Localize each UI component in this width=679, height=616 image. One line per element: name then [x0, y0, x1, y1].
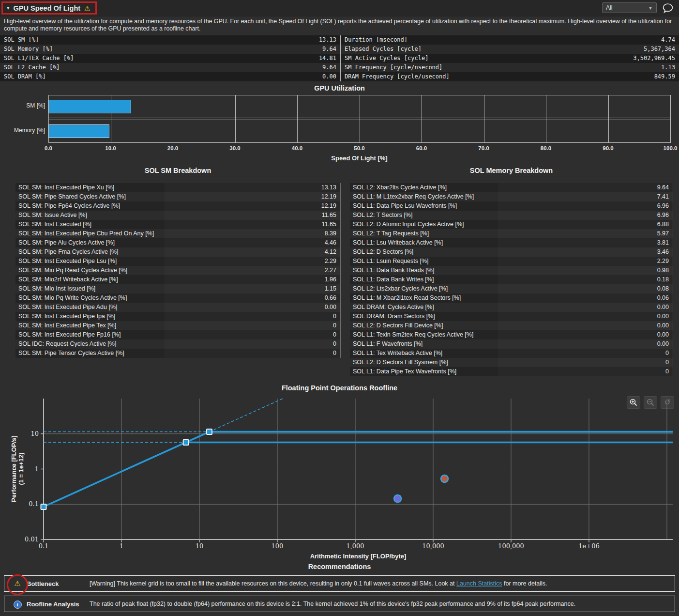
metric-label: SOL L2: Lts2xbar Cycles Active [%] — [350, 284, 498, 293]
collapse-chevron-icon[interactable]: ▾ — [7, 5, 10, 11]
table-row[interactable]: SOL L1: Data Bank Reads [%] 0.98 — [350, 266, 673, 275]
filter-dropdown[interactable]: All ▼ — [602, 2, 657, 13]
sm-breakdown-table: SOL SM: Inst Executed Pipe Xu [%] 13.13 … — [15, 183, 341, 358]
summary-row[interactable]: SOL L1/TEX Cache [%] 14.81 — [0, 54, 340, 63]
metric-value: 3,502,969.45 — [633, 54, 679, 63]
launch-statistics-link[interactable]: Launch Statistics — [456, 580, 502, 587]
metric-value: 0.00 — [165, 303, 340, 312]
table-row[interactable]: SOL L1: Data Pipe Lsu Wavefronts [%] 6.9… — [350, 201, 673, 211]
chevron-down-icon: ▼ — [648, 5, 653, 11]
summary-row[interactable]: Elapsed Cycles [cycle] 5,367,364 — [341, 45, 679, 54]
table-row[interactable]: SOL L1: M L1tex2xbar Req Cycles Active [… — [350, 192, 673, 201]
table-row[interactable]: SOL L2: Xbar2lts Cycles Active [%] 9.64 — [350, 183, 673, 192]
table-row[interactable]: SOL L1: M Xbar2l1tex Read Sectors [%] 0.… — [350, 293, 673, 303]
metric-value: 8.39 — [165, 229, 340, 238]
table-row[interactable]: SOL IDC: Request Cycles Active [%] 0 — [15, 339, 340, 349]
table-row[interactable]: SOL SM: Inst Executed Pipe Tex [%] 0 — [15, 321, 340, 330]
metric-value: 2.29 — [165, 257, 340, 266]
metric-label: Duration [msecond] — [341, 35, 661, 45]
bar-band — [48, 120, 670, 143]
table-row[interactable]: SOL L1: F Wavefronts [%] 0.00 — [350, 339, 673, 349]
table-row[interactable]: SOL SM: Pipe Alu Cycles Active [%] 4.46 — [15, 238, 340, 247]
table-row[interactable]: SOL SM: Pipe Shared Cycles Active [%] 12… — [15, 192, 340, 201]
table-row[interactable]: SOL SM: Inst Executed Pipe Cbu Pred On A… — [15, 229, 340, 238]
table-row[interactable]: SOL L2: Lts2xbar Cycles Active [%] 0.08 — [350, 284, 673, 293]
summary-row[interactable]: Duration [msecond] 4.74 — [341, 35, 679, 45]
summary-row[interactable]: SOL SM [%] 13.13 — [0, 35, 340, 45]
metric-label: SOL SM: Mio2rf Writeback Active [%] — [15, 275, 165, 284]
table-row[interactable]: SOL SM: Pipe Fp64 Cycles Active [%] 12.1… — [15, 201, 340, 211]
metric-label: SOL DRAM [%] — [0, 72, 322, 81]
metric-value: 9.64 — [322, 45, 340, 54]
x-tick-label: 1 — [120, 542, 123, 550]
table-row[interactable]: SOL SM: Mio Pq Write Cycles Active [%] 0… — [15, 293, 340, 303]
metric-label: SOL L1: M Xbar2l1tex Read Sectors [%] — [350, 293, 498, 303]
metric-label: SOL L1: F Wavefronts [%] — [350, 339, 498, 349]
table-row[interactable]: SOL SM: Mio2rf Writeback Active [%] 1.96 — [15, 275, 340, 284]
metric-value: 1.13 — [661, 63, 679, 72]
table-row[interactable]: SOL SM: Inst Executed Pipe Fp16 [%] 0 — [15, 330, 340, 339]
comment-button[interactable] — [661, 2, 675, 14]
metric-label: SOL L2: T Tag Requests [%] — [350, 229, 498, 238]
metric-label: SOL SM: Mio Inst Issued [%] — [15, 284, 165, 293]
metric-value: 4.74 — [661, 35, 679, 45]
metric-label: SOL L1: Tex Writeback Active [%] — [350, 349, 498, 358]
recommendation-roofline-analysis: i Roofline Analysis The ratio of peak fl… — [4, 596, 675, 612]
summary-row[interactable]: SOL Memory [%] 9.64 — [0, 45, 340, 54]
table-row[interactable]: SOL SM: Inst Executed Pipe Lsu [%] 2.29 — [15, 257, 340, 266]
bar-category-label: SM [%] — [0, 102, 45, 109]
metric-value: 0.18 — [498, 275, 673, 284]
table-row[interactable]: SOL L1: Lsuin Requests [%] 2.29 — [350, 257, 673, 266]
summary-row[interactable]: SM Active Cycles [cycle] 3,502,969.45 — [341, 54, 679, 63]
achieved-value-point — [441, 475, 448, 482]
table-row[interactable]: SOL L1: Texin Sm2tex Req Cycles Active [… — [350, 330, 673, 339]
section-header[interactable]: ▾ GPU Speed Of Light ⚠ — [1, 1, 97, 15]
table-row[interactable]: SOL SM: Pipe Fma Cycles Active [%] 4.12 — [15, 247, 340, 257]
table-row[interactable]: SOL L2: D Atomic Input Cycles Active [%]… — [350, 220, 673, 229]
table-row[interactable]: SOL SM: Mio Inst Issued [%] 1.15 — [15, 284, 340, 293]
metric-label: SM Active Cycles [cycle] — [341, 54, 633, 63]
table-row[interactable]: SOL DRAM: Dram Sectors [%] 0.00 — [350, 312, 673, 321]
metric-value: 6.88 — [498, 220, 673, 229]
table-row[interactable]: SOL SM: Pipe Tensor Cycles Active [%] 0 — [15, 349, 340, 358]
table-row[interactable]: SOL SM: Inst Executed [%] 11.65 — [15, 220, 340, 229]
table-row[interactable]: SOL SM: Issue Active [%] 11.65 — [15, 211, 340, 220]
table-row[interactable]: SOL SM: Inst Executed Pipe Ipa [%] 0 — [15, 312, 340, 321]
metric-value: 0.00 — [498, 303, 673, 312]
table-row[interactable]: SOL L1: Data Pipe Tex Wavefronts [%] 0 — [350, 367, 673, 376]
metric-label: SOL DRAM: Cycles Active [%] — [350, 303, 498, 312]
table-row[interactable]: SOL L1: Data Bank Writes [%] 0.18 — [350, 275, 673, 284]
table-row[interactable]: SOL L2: D Sectors Fill Sysmem [%] 0 — [350, 358, 673, 367]
metric-label: SOL SM: Issue Active [%] — [15, 211, 165, 220]
table-row[interactable]: SOL L1: Tex Writeback Active [%] 0 — [350, 349, 673, 358]
table-row[interactable]: SOL SM: Inst Executed Pipe Xu [%] 13.13 — [15, 183, 340, 192]
table-row[interactable]: SOL SM: Inst Executed Pipe Adu [%] 0.00 — [15, 303, 340, 312]
table-row[interactable]: SOL SM: Mio Pq Read Cycles Active [%] 2.… — [15, 266, 340, 275]
table-row[interactable]: SOL L2: T Tag Requests [%] 5.97 — [350, 229, 673, 238]
table-row[interactable]: SOL L2: D Sectors Fill Device [%] 0.00 — [350, 321, 673, 330]
metric-value: 5.97 — [498, 229, 673, 238]
section-header-bar: ▾ GPU Speed Of Light ⚠ All ▼ — [0, 0, 679, 16]
metric-label: SOL IDC: Request Cycles Active [%] — [15, 339, 165, 349]
table-row[interactable]: SOL L2: T Sectors [%] 6.96 — [350, 211, 673, 220]
metric-value: 0.06 — [498, 293, 673, 303]
table-row[interactable]: SOL L1: Lsu Writeback Active [%] 3.81 — [350, 238, 673, 247]
table-row[interactable]: SOL DRAM: Cycles Active [%] 0.00 — [350, 303, 673, 312]
warning-icon: ⚠ — [12, 579, 23, 588]
metric-label: SOL SM: Inst Executed Pipe Adu [%] — [15, 303, 165, 312]
table-row[interactable]: SOL L2: D Sectors [%] 3.46 — [350, 247, 673, 257]
summary-row[interactable]: SOL DRAM [%] 0.00 — [0, 72, 340, 81]
summary-row[interactable]: SM Frequency [cycle/nsecond] 1.13 — [341, 63, 679, 72]
summary-tables: SOL SM [%] 13.13 SOL Memory [%] 9.64 SOL… — [0, 35, 679, 81]
gpu-utilization-plot: 0.010.020.030.040.050.060.070.080.090.01… — [48, 95, 670, 143]
ridge-point-marker — [207, 429, 212, 434]
recommendation-bottleneck: ⚠ Bottleneck [Warning] This kernel grid … — [4, 575, 675, 592]
metric-value: 0.08 — [498, 284, 673, 293]
summary-row[interactable]: SOL L2 Cache [%] 9.64 — [0, 63, 340, 72]
metric-label: SOL L1: Lsuin Requests [%] — [350, 257, 498, 266]
summary-row[interactable]: DRAM Frequency [cycle/usecond] 849.59 — [341, 72, 679, 81]
metric-value: 0.66 — [165, 293, 340, 303]
metric-value: 7.41 — [498, 192, 673, 201]
roofline-chart[interactable]: 0.11101001,00010,000100,0001e+060.010.11… — [0, 395, 679, 562]
metric-value: 0.00 — [498, 312, 673, 321]
